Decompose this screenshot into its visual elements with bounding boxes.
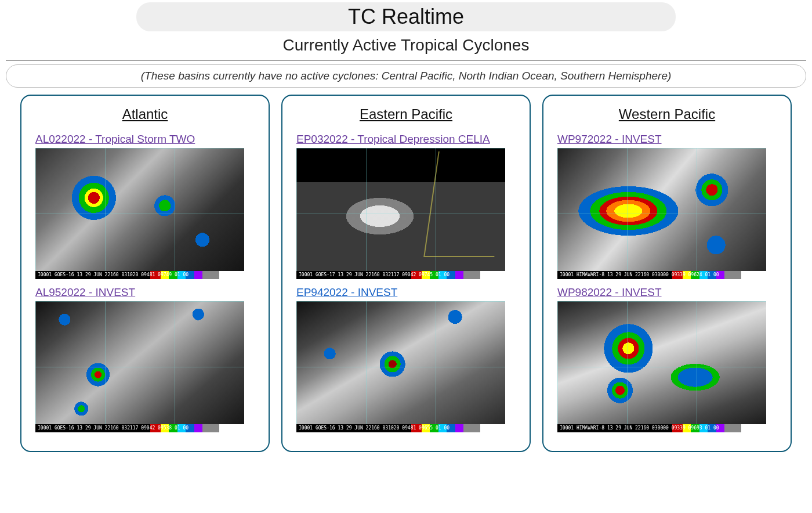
basin-title: Eastern Pacific bbox=[360, 106, 452, 122]
satellite-image[interactable]: I0001 GOES-16 13 29 JUN 22160 031020 094… bbox=[296, 301, 505, 432]
storm-block: AL022022 - Tropical Storm TWO I0001 GOES… bbox=[35, 133, 255, 279]
storm-link-al952022[interactable]: AL952022 - INVEST bbox=[35, 286, 255, 299]
storm-link-ep942022[interactable]: EP942022 - INVEST bbox=[296, 286, 516, 299]
satellite-image[interactable]: I0001 HIMAWARI-8 13 29 JUN 22160 030000 … bbox=[557, 301, 766, 432]
lat-lon-grid bbox=[35, 301, 244, 432]
lat-lon-grid bbox=[557, 148, 766, 279]
storm-block: EP032022 - Tropical Depression CELIA I00… bbox=[296, 133, 516, 279]
image-timestamp-strip: I0001 GOES-17 13 29 JUN 22160 032117 090… bbox=[296, 271, 505, 279]
satellite-image[interactable]: I0001 GOES-16 13 29 JUN 22160 032117 090… bbox=[35, 301, 244, 432]
basin-title: Atlantic bbox=[122, 106, 168, 122]
storm-block: AL952022 - INVEST I0001 GOES-16 13 29 JU… bbox=[35, 286, 255, 432]
page-subtitle: Currently Active Tropical Cyclones bbox=[6, 31, 806, 61]
storm-block: EP942022 - INVEST I0001 GOES-16 13 29 JU… bbox=[296, 286, 516, 432]
storm-link-ep032022[interactable]: EP032022 - Tropical Depression CELIA bbox=[296, 133, 516, 146]
satellite-image[interactable]: I0001 HIMAWARI-8 13 29 JUN 22160 030000 … bbox=[557, 148, 766, 279]
storm-block: WP972022 - INVEST I0001 HIMAWARI-8 13 29… bbox=[557, 133, 777, 279]
inactive-basins-note: (These basins currently have no active c… bbox=[6, 64, 806, 88]
basin-card-atlantic: Atlantic AL022022 - Tropical Storm TWO I… bbox=[20, 95, 270, 452]
storm-link-wp972022[interactable]: WP972022 - INVEST bbox=[557, 133, 777, 146]
lat-lon-grid bbox=[296, 301, 505, 432]
image-timestamp-strip: I0001 GOES-16 13 29 JUN 22160 031020 094… bbox=[296, 424, 505, 432]
satellite-image[interactable]: I0001 GOES-16 13 29 JUN 22160 031020 094… bbox=[35, 148, 244, 279]
storm-block: WP982022 - INVEST I0001 HIMAWARI-8 13 29… bbox=[557, 286, 777, 432]
image-timestamp-strip: I0001 GOES-16 13 29 JUN 22160 032117 090… bbox=[35, 424, 244, 432]
inactive-basins-text: (These basins currently have no active c… bbox=[141, 70, 672, 82]
image-timestamp-strip: I0001 HIMAWARI-8 13 29 JUN 22160 030000 … bbox=[557, 424, 766, 432]
lat-lon-grid bbox=[296, 148, 505, 279]
satellite-image[interactable]: I0001 GOES-17 13 29 JUN 22160 032117 090… bbox=[296, 148, 505, 279]
basin-card-eastern-pacific: Eastern Pacific EP032022 - Tropical Depr… bbox=[281, 95, 531, 452]
lat-lon-grid bbox=[35, 148, 244, 279]
image-timestamp-strip: I0001 HIMAWARI-8 13 29 JUN 22160 030000 … bbox=[557, 271, 766, 279]
basins-row: Atlantic AL022022 - Tropical Storm TWO I… bbox=[0, 91, 812, 461]
lat-lon-grid bbox=[557, 301, 766, 432]
storm-link-al022022[interactable]: AL022022 - Tropical Storm TWO bbox=[35, 133, 255, 146]
storm-link-wp982022[interactable]: WP982022 - INVEST bbox=[557, 286, 777, 299]
title-bar: TC Realtime bbox=[136, 2, 676, 31]
page-title: TC Realtime bbox=[136, 5, 676, 29]
basin-card-western-pacific: Western Pacific WP972022 - INVEST I0001 … bbox=[542, 95, 792, 452]
basin-title: Western Pacific bbox=[619, 106, 715, 122]
image-timestamp-strip: I0001 GOES-16 13 29 JUN 22160 031020 094… bbox=[35, 271, 244, 279]
